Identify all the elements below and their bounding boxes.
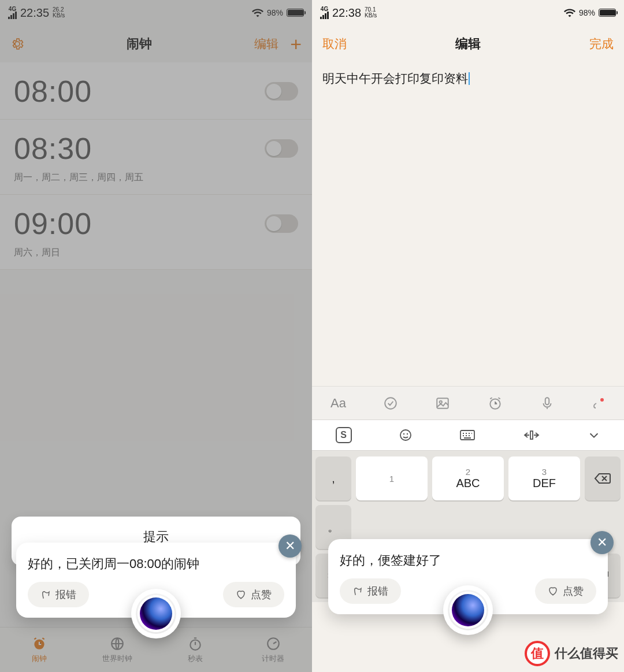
tab-timer[interactable]: 计时器 bbox=[234, 628, 312, 672]
status-kbps-unit: KB/s bbox=[365, 13, 377, 18]
like-button[interactable]: 点赞 bbox=[223, 582, 284, 607]
alarm-row[interactable]: 09:00 周六，周日 bbox=[0, 195, 312, 270]
stopwatch-icon bbox=[188, 636, 203, 651]
checkmark-circle-icon[interactable] bbox=[383, 396, 398, 411]
alarm-days: 周一，周二，周三，周四，周五 bbox=[14, 172, 298, 184]
sogou-logo-icon[interactable]: S bbox=[336, 427, 352, 443]
report-label: 报错 bbox=[367, 584, 388, 598]
timer-icon bbox=[266, 636, 281, 651]
wifi-icon bbox=[252, 8, 263, 17]
text-cursor bbox=[469, 72, 470, 85]
battery-icon bbox=[287, 9, 304, 17]
svg-point-9 bbox=[600, 398, 604, 402]
signal-bars-icon bbox=[320, 12, 329, 19]
alarm-icon[interactable] bbox=[488, 396, 503, 411]
report-error-button[interactable]: 报错 bbox=[28, 582, 89, 607]
status-bar: 4G 22:38 70.1 KB/s 98% bbox=[312, 0, 624, 25]
alarm-row[interactable]: 08:00 bbox=[0, 62, 312, 120]
like-label: 点赞 bbox=[251, 588, 272, 602]
key-comma[interactable]: , bbox=[315, 456, 351, 500]
svg-point-2 bbox=[190, 640, 200, 649]
globe-icon bbox=[110, 636, 125, 651]
close-icon[interactable]: ✕ bbox=[590, 531, 614, 554]
wifi-icon bbox=[564, 8, 575, 17]
svg-point-10 bbox=[400, 430, 411, 440]
ime-toolbar: S bbox=[312, 419, 624, 451]
chevron-down-icon[interactable] bbox=[588, 429, 600, 441]
heart-icon bbox=[236, 589, 246, 600]
note-text: 明天中午开会打印复印资料 bbox=[322, 72, 468, 85]
watermark-text: 什么值得买 bbox=[555, 645, 618, 662]
microphone-icon[interactable] bbox=[540, 396, 555, 411]
key-2-abc[interactable]: 2ABC bbox=[432, 456, 504, 500]
svg-rect-8 bbox=[545, 398, 549, 404]
svg-point-11 bbox=[403, 433, 404, 435]
network-4g-icon: 4G bbox=[9, 6, 16, 12]
paint-icon[interactable] bbox=[592, 396, 606, 410]
report-label: 报错 bbox=[55, 588, 76, 602]
battery-percent: 98% bbox=[267, 8, 283, 17]
voice-assistant-orb[interactable] bbox=[443, 585, 493, 635]
report-error-button[interactable]: 报错 bbox=[340, 578, 401, 604]
close-icon[interactable]: ✕ bbox=[278, 534, 302, 558]
heart-icon bbox=[548, 586, 558, 596]
assistant-message: 好的，便签建好了 bbox=[340, 552, 596, 569]
keyboard-icon[interactable] bbox=[459, 428, 476, 442]
signal-bars-icon bbox=[8, 12, 17, 19]
flag-icon bbox=[40, 589, 51, 600]
phone-left-alarm: 4G 22:35 26.2 KB/s 98% 闹钟 编辑 + 08:00 bbox=[0, 0, 312, 672]
emoji-icon[interactable] bbox=[399, 428, 413, 442]
svg-point-6 bbox=[440, 400, 442, 403]
status-kbps-unit: KB/s bbox=[53, 13, 65, 18]
status-time: 22:38 bbox=[332, 6, 361, 20]
note-editor[interactable]: 明天中午开会打印复印资料 bbox=[312, 62, 624, 386]
alarm-row[interactable]: 08:30 周一，周二，周三，周四，周五 bbox=[0, 120, 312, 195]
battery-percent: 98% bbox=[579, 8, 595, 17]
text-style-button[interactable]: Aa bbox=[330, 396, 346, 411]
gear-icon[interactable] bbox=[10, 37, 24, 51]
voice-assistant-orb[interactable] bbox=[131, 589, 181, 638]
alarm-toggle[interactable] bbox=[265, 214, 298, 233]
done-button[interactable]: 完成 bbox=[589, 36, 614, 52]
network-4g-icon: 4G bbox=[321, 6, 328, 12]
cancel-button[interactable]: 取消 bbox=[322, 36, 347, 52]
edit-button[interactable]: 编辑 bbox=[254, 36, 278, 52]
key-1[interactable]: 1 bbox=[356, 456, 428, 500]
page-title: 闹钟 bbox=[127, 35, 152, 53]
svg-point-4 bbox=[385, 398, 396, 409]
image-icon[interactable] bbox=[435, 396, 450, 411]
status-bar: 4G 22:35 26.2 KB/s 98% bbox=[0, 0, 312, 25]
note-navbar: 取消 编辑 完成 bbox=[312, 25, 624, 62]
battery-icon bbox=[599, 9, 616, 17]
watermark-badge: 值 bbox=[525, 641, 550, 666]
tab-alarm[interactable]: 闹钟 bbox=[0, 628, 78, 672]
svg-point-12 bbox=[407, 433, 408, 435]
backspace-icon bbox=[594, 472, 611, 485]
page-title: 编辑 bbox=[455, 35, 481, 53]
cursor-move-icon[interactable] bbox=[522, 428, 541, 442]
flag-icon bbox=[352, 586, 363, 596]
phone-right-notes: 4G 22:38 70.1 KB/s 98% 取消 编辑 完成 明天中午开会打印… bbox=[312, 0, 624, 672]
assistant-message: 好的，已关闭周一08:00的闹钟 bbox=[28, 555, 284, 573]
key-3-def[interactable]: 3DEF bbox=[508, 456, 580, 500]
like-label: 点赞 bbox=[563, 584, 584, 598]
note-format-toolbar: Aa bbox=[312, 386, 624, 419]
watermark: 值 什么值得买 bbox=[525, 641, 618, 666]
alarm-days: 周六，周日 bbox=[14, 247, 298, 259]
alarm-navbar: 闹钟 编辑 + bbox=[0, 25, 312, 62]
add-alarm-button[interactable]: + bbox=[290, 34, 302, 54]
svg-rect-14 bbox=[530, 431, 533, 439]
alarm-time: 08:30 bbox=[14, 131, 92, 166]
status-time: 22:35 bbox=[20, 6, 49, 20]
like-button[interactable]: 点赞 bbox=[535, 578, 596, 604]
alarm-toggle[interactable] bbox=[265, 82, 298, 101]
alarm-clock-icon bbox=[32, 636, 47, 651]
alarm-time: 08:00 bbox=[14, 74, 92, 109]
alarm-list: 08:00 08:30 周一，周二，周三，周四，周五 09:00 周六，周日 bbox=[0, 62, 312, 270]
alarm-time: 09:00 bbox=[14, 206, 92, 241]
key-backspace[interactable] bbox=[585, 456, 621, 500]
alarm-toggle[interactable] bbox=[265, 139, 298, 158]
